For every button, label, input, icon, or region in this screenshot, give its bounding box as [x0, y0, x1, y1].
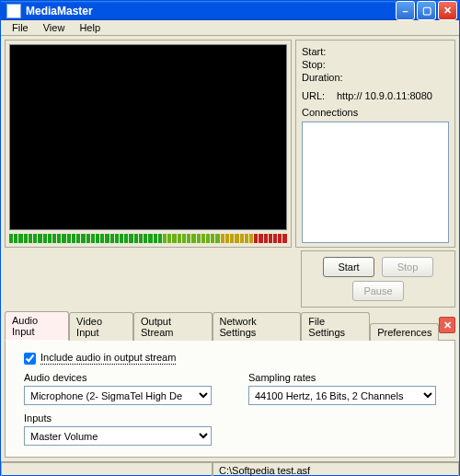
- stop-label: Stop:: [302, 59, 348, 70]
- tab-close-icon[interactable]: ✕: [439, 317, 455, 333]
- video-panel: [5, 40, 292, 248]
- connections-list[interactable]: [302, 122, 449, 243]
- app-window: MediaMaster – ▢ ✕ File View Help Start: …: [0, 0, 460, 476]
- url-value: http:// 10.9.0.11:8080: [337, 90, 432, 101]
- start-button[interactable]: Start: [323, 257, 374, 277]
- sampling-rates-label: Sampling rates: [248, 372, 436, 383]
- inputs-select[interactable]: Master Volume: [24, 426, 212, 446]
- close-button[interactable]: ✕: [438, 1, 457, 20]
- connections-label: Connections: [302, 107, 449, 118]
- url-label: URL:: [302, 90, 331, 101]
- audio-devices-label: Audio devices: [24, 372, 212, 383]
- vu-meter: [9, 234, 287, 243]
- maximize-button[interactable]: ▢: [417, 1, 436, 20]
- controls-row: Start Stop Pause: [5, 250, 455, 308]
- video-preview[interactable]: [9, 44, 287, 230]
- include-audio-label: Include audio in output stream: [40, 352, 176, 365]
- top-row: Start: Stop: Duration: URL:http:// 10.9.…: [5, 40, 455, 248]
- app-icon: [6, 4, 21, 18]
- include-audio-checkbox[interactable]: [24, 353, 36, 365]
- tab-file-settings[interactable]: File Settings: [301, 312, 370, 341]
- control-panel: Start Stop Pause: [301, 250, 455, 308]
- pause-button[interactable]: Pause: [352, 281, 404, 301]
- tab-audio-input[interactable]: Audio Input: [5, 311, 69, 341]
- tabs-container: Audio Input Video Input Output Stream Ne…: [5, 310, 455, 458]
- status-path: C:\Softpedia test.asf: [213, 462, 459, 476]
- menu-file[interactable]: File: [5, 20, 36, 35]
- tab-body-audio-input: Include audio in output stream Audio dev…: [5, 340, 455, 458]
- titlebar[interactable]: MediaMaster – ▢ ✕: [1, 1, 459, 20]
- stop-button[interactable]: Stop: [382, 257, 433, 277]
- window-title: MediaMaster: [26, 5, 396, 17]
- minimize-button[interactable]: –: [396, 1, 415, 20]
- menu-help[interactable]: Help: [72, 20, 108, 35]
- content-area: Start: Stop: Duration: URL:http:// 10.9.…: [1, 36, 459, 461]
- menu-view[interactable]: View: [36, 20, 73, 35]
- tabstrip: Audio Input Video Input Output Stream Ne…: [5, 310, 455, 340]
- duration-label: Duration:: [302, 72, 348, 83]
- info-panel: Start: Stop: Duration: URL:http:// 10.9.…: [295, 40, 455, 248]
- tab-network-settings[interactable]: Network Settings: [213, 312, 302, 341]
- statusbar: C:\Softpedia test.asf: [1, 461, 459, 476]
- menubar: File View Help: [1, 20, 459, 36]
- tab-video-input[interactable]: Video Input: [69, 312, 133, 341]
- audio-devices-select[interactable]: Microphone (2- SigmaTel High De: [24, 386, 212, 405]
- tab-preferences[interactable]: Preferences: [370, 323, 439, 341]
- start-label: Start:: [302, 46, 348, 57]
- include-audio-checkbox-row[interactable]: Include audio in output stream: [24, 352, 436, 365]
- inputs-label: Inputs: [24, 412, 212, 424]
- status-left: [1, 462, 213, 476]
- window-buttons: – ▢ ✕: [396, 1, 457, 20]
- tab-output-stream[interactable]: Output Stream: [133, 312, 213, 341]
- sampling-rates-select[interactable]: 44100 Hertz, 16 Bits, 2 Channels: [248, 386, 436, 405]
